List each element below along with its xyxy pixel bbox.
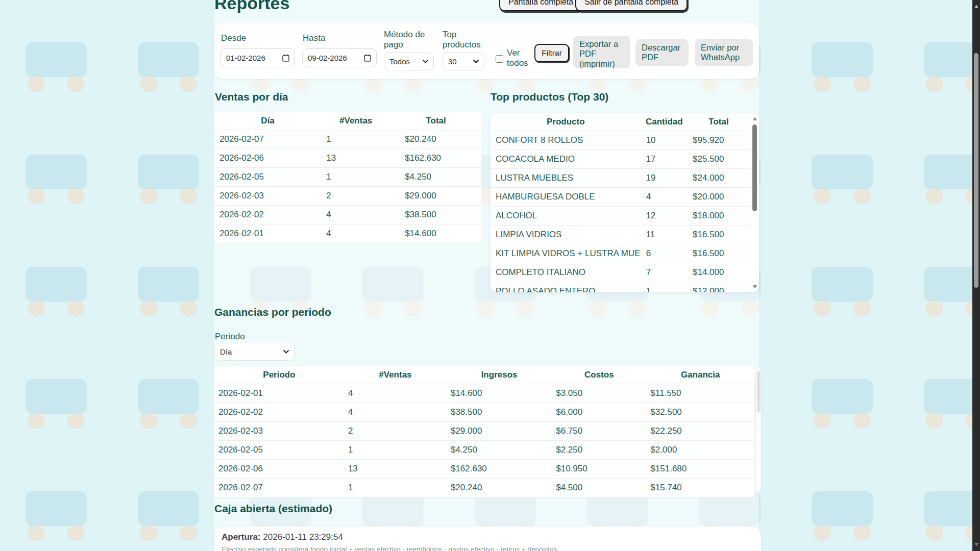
- window-scrollbar[interactable]: [972, 0, 980, 551]
- pattern-tile: [812, 267, 873, 318]
- table-cell: 2: [344, 426, 447, 436]
- exit-fullscreen-button[interactable]: Salir de pantalla completa: [575, 0, 688, 11]
- top-productos-panel: ProductoCantidadTotalCONFORT 8 ROLLOS10$…: [491, 113, 759, 292]
- table-cell: 2026-02-05: [214, 445, 344, 455]
- ganancias-scrollbar-thumb[interactable]: [757, 371, 761, 412]
- table-cell: $14.600: [447, 388, 552, 398]
- table-cell: 13: [344, 464, 447, 474]
- column-header: Ingresos: [447, 370, 552, 380]
- metodo-pago-select[interactable]: Todos: [384, 53, 434, 70]
- column-header: Periodo: [214, 370, 344, 380]
- pattern-tile: [138, 491, 199, 542]
- top-productos-scrollbar-thumb[interactable]: [752, 124, 757, 211]
- pattern-tile: [138, 267, 199, 318]
- column-header: Producto: [491, 117, 641, 127]
- ver-todos-label: Ver todos: [507, 48, 536, 68]
- column-header: #Ventas: [321, 116, 390, 126]
- ganancias-table: Periodo#VentasIngresosCostosGanancia2026…: [214, 366, 754, 497]
- table-cell: $12.000: [688, 286, 750, 292]
- table-cell: 1: [321, 134, 390, 144]
- hasta-input[interactable]: 09-02-2026: [302, 48, 377, 67]
- ver-todos-checkbox-wrap: [496, 55, 503, 65]
- table-cell: $24.000: [688, 173, 750, 183]
- desde-input[interactable]: 01-02-2026: [220, 48, 295, 67]
- ver-todos-checkbox[interactable]: [496, 55, 503, 63]
- table-cell: $11.550: [646, 388, 754, 398]
- table-cell: 10: [641, 135, 688, 145]
- ganancias-scrollbar[interactable]: [756, 368, 761, 492]
- ventas-por-dia-table: Día#VentasTotal2026-02-071$20.2402026-02…: [214, 112, 481, 243]
- table-cell: 2: [321, 191, 390, 201]
- hasta-value: 09-02-2026: [308, 54, 347, 62]
- table-cell: 1: [641, 286, 688, 292]
- pattern-tile: [138, 42, 199, 93]
- table-row: HAMBURGUESA DOBLE4$20.000: [491, 188, 750, 207]
- descargar-pdf-button[interactable]: Descargar PDF: [635, 39, 689, 66]
- table-row: 2026-02-014$14.600: [214, 224, 481, 243]
- pattern-tile: [138, 155, 199, 206]
- scroll-down-icon[interactable]: [753, 285, 757, 291]
- table-cell: $18.000: [688, 211, 750, 221]
- top-productos-value: 30: [448, 57, 457, 66]
- pattern-tile: [26, 267, 87, 318]
- table-row: ALCOHOL12$18.000: [491, 207, 750, 226]
- table-cell: 7: [641, 267, 688, 278]
- calendar-icon: [364, 54, 371, 62]
- top-productos-scrollbar[interactable]: [751, 115, 758, 291]
- table-cell: $38.500: [447, 407, 552, 417]
- table-cell: $162.630: [390, 153, 481, 163]
- enviar-whatsapp-button[interactable]: Enviar por WhatsApp: [695, 39, 753, 66]
- table-cell: 1: [321, 172, 390, 182]
- table-cell: COCACOLA MEDIO: [491, 154, 641, 164]
- pattern-tile: [26, 42, 87, 93]
- table-cell: 2026-02-02: [214, 210, 321, 220]
- table-cell: 4: [344, 407, 447, 417]
- top-productos-heading: Top productos (Top 30): [491, 91, 608, 103]
- table-row: POLLO ASADO ENTERO1$12.000: [491, 282, 750, 292]
- column-header: Ganancia: [646, 370, 754, 380]
- table-cell: $29.000: [447, 426, 552, 436]
- table-cell: ALCOHOL: [491, 211, 641, 221]
- scroll-up-icon[interactable]: [974, 3, 978, 8]
- table-cell: 2026-02-01: [214, 388, 344, 398]
- scroll-down-icon[interactable]: [974, 543, 978, 548]
- apertura-value: 2026-01-11 23:29:54: [263, 532, 343, 542]
- hasta-label: Hasta: [303, 33, 325, 43]
- table-cell: LUSTRA MUEBLES: [491, 173, 641, 183]
- table-cell: HAMBURGUESA DOBLE: [491, 192, 641, 202]
- table-row: 2026-02-024$38.500$6.000$32.500: [214, 403, 754, 422]
- chevron-down-icon: [283, 350, 289, 354]
- chevron-down-icon: [473, 60, 479, 63]
- table-cell: 2026-02-03: [214, 426, 344, 436]
- exportar-pdf-button[interactable]: Exportar a PDF (imprimir): [573, 36, 630, 68]
- window-scrollbar-thumb[interactable]: [974, 53, 978, 288]
- table-row: 2026-02-071$20.240$4.500$15.740: [214, 479, 754, 497]
- table-row: 2026-02-014$14.600$3.050$11.550: [214, 384, 754, 403]
- filtrar-button[interactable]: Filtrar: [534, 44, 569, 62]
- pattern-tile: [26, 155, 87, 206]
- periodo-select[interactable]: Día: [214, 343, 295, 361]
- table-cell: LIMPIA VIDRIOS: [491, 230, 641, 240]
- scroll-up-icon[interactable]: [753, 115, 757, 120]
- pattern-tile: [812, 155, 873, 206]
- table-cell: COMPLETO ITALIANO: [491, 267, 641, 278]
- top-productos-select[interactable]: 30: [443, 53, 484, 70]
- page-header: Reportes Pantalla completa Salir de pant…: [214, 0, 289, 13]
- table-cell: $32.500: [646, 407, 754, 417]
- table-cell: $2.250: [552, 445, 646, 455]
- filter-card: Desde 01-02-2026 Hasta 09-02-2026 Método…: [214, 23, 759, 79]
- table-row: 2026-02-051$4.250$2.250$2.000: [214, 441, 754, 460]
- table-cell: $14.000: [688, 267, 750, 278]
- fullscreen-button[interactable]: Pantalla completa: [499, 0, 582, 11]
- table-cell: $25.500: [688, 154, 750, 164]
- table-row: 2026-02-0613$162.630: [214, 149, 481, 168]
- table-cell: $22.250: [646, 426, 754, 436]
- table-cell: 2026-02-07: [214, 483, 344, 493]
- chevron-down-icon: [423, 60, 428, 63]
- column-header: Total: [390, 116, 481, 126]
- ganancias-heading: Ganancias por periodo: [214, 306, 331, 318]
- table-cell: $15.740: [646, 483, 754, 493]
- column-header: Día: [214, 116, 321, 126]
- table-row: LIMPIA VIDRIOS11$16.500: [491, 226, 750, 244]
- caja-abierta-heading: Caja abierta (estimado): [214, 503, 332, 515]
